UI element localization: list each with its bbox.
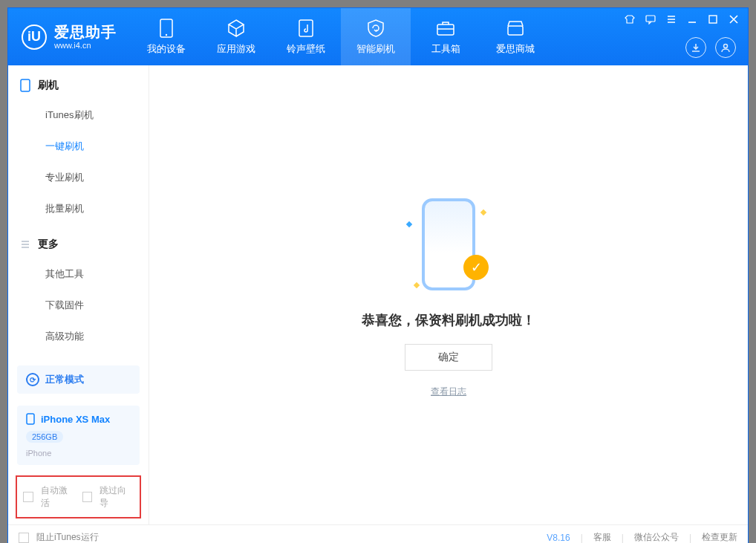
device-icon [157,19,176,38]
user-icon[interactable] [715,37,736,58]
phone-icon [20,79,30,92]
nav-tabs: 我的设备 应用游戏 铃声壁纸 智能刷机 工具箱 爱思商城 [131,8,550,65]
support-link[interactable]: 客服 [593,531,611,543]
tab-ringtone-wallpaper[interactable]: 铃声壁纸 [271,8,341,65]
group-title: 刷机 [38,79,59,92]
label-block-itunes: 阻止iTunes运行 [36,531,99,543]
menu-icon[interactable] [665,13,678,26]
sparkle-icon [480,209,486,215]
tab-label: 智能刷机 [356,42,395,56]
flash-options-row: 自动激活 跳过向导 [16,475,141,518]
sidebar-item-batch-flash[interactable]: 批量刷机 [8,193,149,224]
titlebar: iU 爱思助手 www.i4.cn 我的设备 应用游戏 铃声壁纸 智能刷机 [8,8,748,65]
statusbar: 阻止iTunes运行 V8.16 | 客服 | 微信公众号 | 检查更新 [8,524,748,543]
maximize-button[interactable] [706,13,720,26]
body: 刷机 iTunes刷机 一键刷机 专业刷机 批量刷机 更多 其他工具 下载固件 … [8,65,748,524]
device-capacity: 256GB [26,431,63,443]
sidebar-item-one-click-flash[interactable]: 一键刷机 [8,131,149,162]
tab-smart-flash[interactable]: 智能刷机 [341,8,411,65]
tab-toolbox[interactable]: 工具箱 [411,8,480,65]
feedback-icon[interactable] [644,13,657,26]
window-controls [623,13,740,26]
app-subtitle: www.i4.cn [54,41,117,51]
svg-rect-6 [709,16,717,23]
cube-icon [227,19,246,38]
tab-label: 工具箱 [431,42,460,56]
svg-rect-2 [299,20,313,36]
tab-my-device[interactable]: 我的设备 [131,8,201,65]
tab-label: 我的设备 [147,42,186,56]
list-icon [20,239,30,250]
success-message: 恭喜您，保资料刷机成功啦！ [362,311,535,329]
sidebar-item-advanced[interactable]: 高级功能 [8,321,149,352]
wechat-link[interactable]: 微信公众号 [634,531,679,543]
logo-icon: iU [22,25,47,50]
label-skip-wizard: 跳过向导 [100,484,134,510]
sparkle-icon [406,221,412,227]
device-phone-icon [26,413,35,425]
shield-refresh-icon [366,19,385,38]
checkbox-skip-wizard[interactable] [82,492,93,502]
tab-aisi-store[interactable]: 爱思商城 [480,8,550,65]
sidebar-item-download-firmware[interactable]: 下载固件 [8,290,149,321]
download-icon[interactable] [685,37,706,58]
checkbox-block-itunes[interactable] [19,533,29,543]
mode-icon: ⟳ [26,373,39,386]
mode-label: 正常模式 [45,373,84,386]
header-right-icons [685,37,736,58]
device-card[interactable]: iPhone XS Max 256GB iPhone [17,406,140,465]
device-name-text: iPhone XS Max [41,414,110,425]
app-title: 爱思助手 [54,24,117,41]
check-badge-icon: ✓ [463,255,489,280]
store-icon [506,19,525,38]
app-window: iU 爱思助手 www.i4.cn 我的设备 应用游戏 铃声壁纸 智能刷机 [7,7,749,543]
label-auto-activate: 自动激活 [41,484,75,510]
svg-rect-5 [646,16,655,22]
success-illustration: ✓ [404,192,493,296]
svg-point-1 [166,33,167,35]
check-update-link[interactable]: 检查更新 [702,531,737,543]
sidebar-group-flash: 刷机 [8,65,149,100]
mode-card[interactable]: ⟳ 正常模式 [17,365,140,394]
device-type: iPhone [26,449,131,458]
checkbox-auto-activate[interactable] [23,492,33,502]
version-label: V8.16 [547,533,570,543]
toolbox-icon [436,19,455,38]
group-title: 更多 [38,238,59,251]
minimize-button[interactable] [685,13,699,26]
tab-label: 铃声壁纸 [287,42,325,56]
svg-rect-8 [21,79,30,91]
sidebar: 刷机 iTunes刷机 一键刷机 专业刷机 批量刷机 更多 其他工具 下载固件 … [8,65,149,524]
sidebar-group-more: 更多 [8,224,149,259]
tab-apps-games[interactable]: 应用游戏 [201,8,271,65]
sidebar-item-itunes-flash[interactable]: iTunes刷机 [8,100,149,131]
svg-rect-4 [508,26,523,35]
close-button[interactable] [727,13,740,26]
tab-label: 爱思商城 [496,42,535,56]
tab-label: 应用游戏 [217,42,255,56]
app-logo: iU 爱思助手 www.i4.cn [8,8,131,65]
skin-icon[interactable] [623,13,636,26]
logo-text: 爱思助手 www.i4.cn [54,24,117,51]
sidebar-item-pro-flash[interactable]: 专业刷机 [8,162,149,193]
svg-rect-3 [437,25,454,35]
sidebar-item-other-tools[interactable]: 其他工具 [8,259,149,290]
ok-button[interactable]: 确定 [405,344,492,371]
sparkle-icon [414,282,420,287]
music-file-icon [296,19,316,38]
main-content: ✓ 恭喜您，保资料刷机成功啦！ 确定 查看日志 [149,65,748,524]
svg-point-7 [724,45,728,48]
view-log-link[interactable]: 查看日志 [431,386,466,398]
svg-rect-9 [27,414,34,424]
